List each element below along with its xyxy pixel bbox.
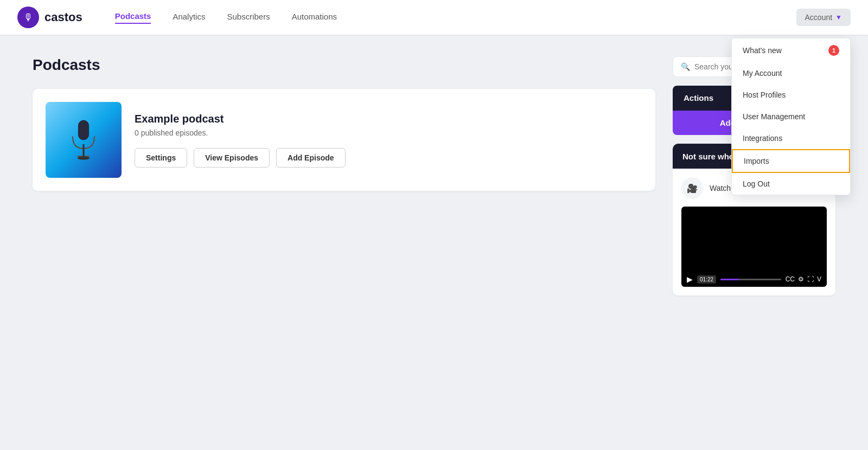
account-dropdown: What's new 1 My Account Host Profiles Us…: [731, 38, 851, 195]
dropdown-imports[interactable]: Imports: [732, 149, 850, 173]
settings-icon[interactable]: ⚙: [798, 275, 804, 283]
chevron-down-icon: ▼: [835, 14, 842, 21]
brand-logo-icon: 🎙: [17, 7, 39, 28]
cc-icon[interactable]: CC: [786, 275, 795, 283]
podcast-card: Example podcast 0 published episodes. Se…: [33, 89, 655, 191]
play-icon[interactable]: ▶: [687, 275, 693, 284]
add-episode-button[interactable]: Add Episode: [276, 148, 346, 168]
dropdown-user-management[interactable]: User Management: [732, 106, 850, 127]
page-title: Podcasts: [33, 56, 655, 74]
nav-automations[interactable]: Automations: [292, 12, 337, 23]
dropdown-integrations[interactable]: Integrations: [732, 127, 850, 149]
video-camera-icon: 🎥: [681, 177, 703, 199]
podcast-thumbnail: [46, 102, 122, 178]
svg-point-4: [78, 156, 90, 159]
dropdown-whats-new[interactable]: What's new 1: [732, 38, 850, 62]
brand-name: castos: [44, 10, 82, 24]
video-progress-fill: [720, 279, 738, 280]
view-episodes-button[interactable]: View Episodes: [194, 148, 270, 168]
podcast-episodes: 0 published episodes.: [135, 128, 642, 137]
account-label: Account: [805, 13, 833, 22]
dropdown-my-account[interactable]: My Account: [732, 62, 850, 84]
nav-subscribers[interactable]: Subscribers: [227, 12, 270, 23]
settings-button[interactable]: Settings: [135, 148, 187, 168]
nav-links: Podcasts Analytics Subscribers Automatio…: [115, 11, 796, 24]
video-control-icons: CC ⚙ ⛶ V: [786, 275, 821, 283]
nav-analytics[interactable]: Analytics: [173, 12, 205, 23]
microphone-icon: [62, 118, 105, 162]
podcast-actions: Settings View Episodes Add Episode: [135, 148, 642, 168]
fullscreen-icon[interactable]: ⛶: [807, 275, 814, 283]
podcast-name: Example podcast: [135, 113, 642, 125]
nav-podcasts[interactable]: Podcasts: [115, 11, 151, 24]
account-button[interactable]: Account ▼: [796, 9, 851, 26]
search-icon: 🔍: [681, 62, 690, 71]
podcast-info: Example podcast 0 published episodes. Se…: [135, 113, 642, 168]
whats-new-badge: 1: [828, 45, 839, 56]
actions-label: Actions: [684, 93, 713, 102]
dropdown-host-profiles[interactable]: Host Profiles: [732, 84, 850, 106]
navbar: 🎙 castos Podcasts Analytics Subscribers …: [0, 0, 868, 35]
video-controls: ▶ 01:22 CC ⚙ ⛶ V: [681, 272, 827, 287]
vimeo-icon: V: [817, 275, 821, 283]
video-player[interactable]: ▶ 01:22 CC ⚙ ⛶ V: [681, 207, 827, 287]
video-progress-bar: [720, 279, 781, 280]
svg-rect-0: [78, 120, 88, 140]
content-left: Podcasts Example podcast 0 published epi…: [33, 56, 655, 295]
dropdown-log-out[interactable]: Log Out: [732, 173, 850, 195]
nav-right: Account ▼ What's new 1 My Account Host P…: [796, 9, 851, 26]
video-timestamp: 01:22: [697, 275, 716, 284]
brand[interactable]: 🎙 castos: [17, 7, 82, 28]
